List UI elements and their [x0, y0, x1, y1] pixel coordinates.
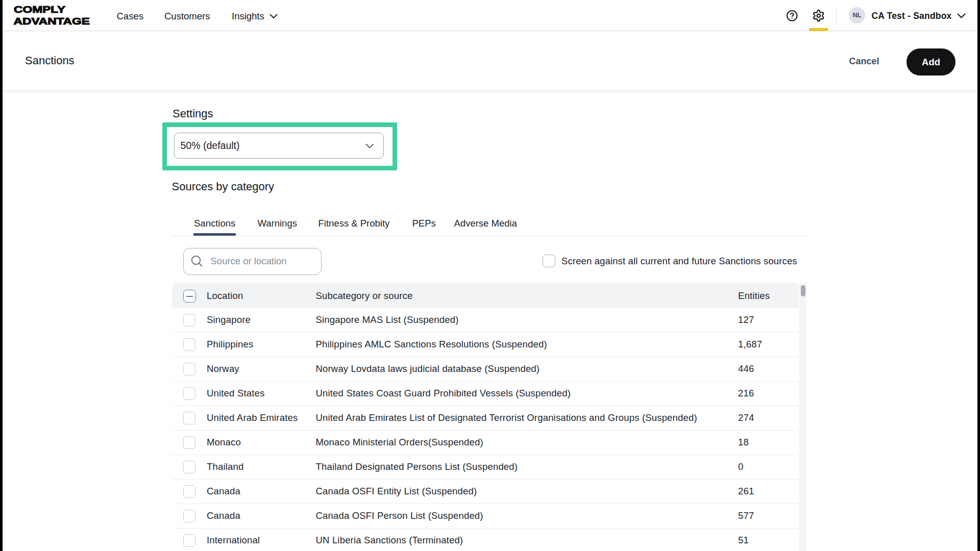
svg-text:ADVANTAGE: ADVANTAGE	[14, 16, 90, 26]
svg-text:COMPLY: COMPLY	[14, 5, 65, 15]
